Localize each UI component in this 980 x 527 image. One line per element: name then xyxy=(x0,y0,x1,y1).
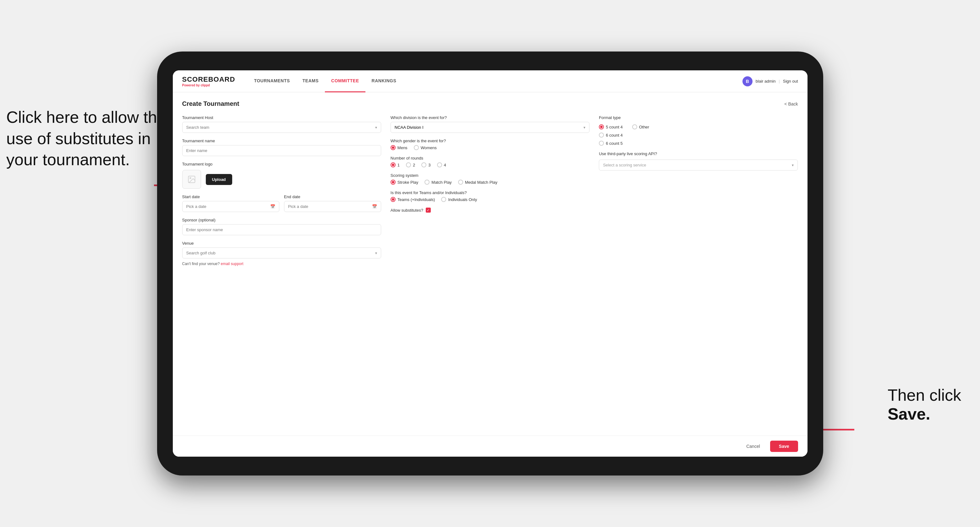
venue-group: Venue ▾ Can't find your venue? email sup… xyxy=(182,241,381,266)
scoring-stroke-label: Stroke Play xyxy=(398,180,418,185)
svg-point-3 xyxy=(190,178,191,179)
form-col-left: Tournament Host ▾ Tournament name xyxy=(182,115,381,266)
gender-womens-label: Womens xyxy=(421,145,437,150)
back-button[interactable]: Back xyxy=(784,102,798,106)
radio-r1 xyxy=(391,162,396,167)
division-label: Which division is the event for? xyxy=(391,115,589,120)
page-footer: Cancel Save xyxy=(173,436,808,457)
venue-help-text: Can't find your venue? email support xyxy=(182,262,381,266)
format-5c4-label: 5 count 4 xyxy=(606,125,623,129)
start-date-label: Start date xyxy=(182,194,279,199)
division-value: NCAA Division I xyxy=(395,125,423,130)
tournament-name-input[interactable] xyxy=(182,145,381,156)
radio-6c4 xyxy=(599,133,604,138)
scoring-medal-label: Medal Match Play xyxy=(465,180,497,185)
email-support-link[interactable]: email support xyxy=(221,262,243,266)
upload-button[interactable]: Upload xyxy=(206,174,232,185)
format-other[interactable]: Other xyxy=(632,124,649,129)
nav-rankings[interactable]: RANKINGS xyxy=(366,70,403,92)
nav-items: TOURNAMENTS TEAMS COMMITTEE RANKINGS xyxy=(248,70,742,92)
format-6c4[interactable]: 6 count 4 xyxy=(599,133,623,138)
division-select[interactable]: NCAA Division I ▾ xyxy=(391,122,589,133)
powered-by: Powered by clippd xyxy=(182,84,235,87)
radio-r4 xyxy=(437,162,442,167)
tournament-host-input[interactable]: ▾ xyxy=(182,122,381,133)
division-group: Which division is the event for? NCAA Di… xyxy=(391,115,589,133)
rounds-1-label: 1 xyxy=(398,163,400,167)
gender-label: Which gender is the event for? xyxy=(391,138,589,143)
gender-mens[interactable]: Mens xyxy=(391,145,407,150)
scoring-medal[interactable]: Medal Match Play xyxy=(458,179,497,185)
scoring-label: Scoring system xyxy=(391,173,589,178)
rounds-1[interactable]: 1 xyxy=(391,162,400,167)
event-type-label: Is this event for Teams and/or Individua… xyxy=(391,190,589,195)
logo-upload-area: Upload xyxy=(182,170,381,189)
format-6c5[interactable]: 6 count 5 xyxy=(599,141,623,146)
chevron-down-icon-scoring: ▾ xyxy=(792,163,794,167)
sponsor-label: Sponsor (optional) xyxy=(182,217,381,222)
scoring-service-select[interactable]: Select a scoring service ▾ xyxy=(599,160,798,171)
nav-teams[interactable]: TEAMS xyxy=(296,70,325,92)
form-col-right: Format type 5 count 4 Other xyxy=(599,115,798,266)
format-options: 5 count 4 Other 6 count 4 xyxy=(599,124,798,146)
format-5c4[interactable]: 5 count 4 xyxy=(599,124,623,129)
gender-womens[interactable]: Womens xyxy=(414,145,437,150)
scoring-api-group: Use third-party live scoring API? Select… xyxy=(599,151,798,171)
venue-input[interactable]: ▾ xyxy=(182,248,381,259)
end-date-field[interactable] xyxy=(288,204,372,209)
tournament-name-field[interactable] xyxy=(186,148,377,153)
chevron-down-icon-venue: ▾ xyxy=(375,251,377,256)
save-button[interactable]: Save xyxy=(770,441,798,452)
navigation: SCOREBOARD Powered by clippd TOURNAMENTS… xyxy=(173,70,808,92)
page-title: Create Tournament xyxy=(182,100,239,107)
page-header: Create Tournament Back xyxy=(182,100,798,107)
start-date-field[interactable] xyxy=(186,204,270,209)
scoring-stroke[interactable]: Stroke Play xyxy=(391,179,418,185)
event-teams[interactable]: Teams (+Individuals) xyxy=(391,197,435,202)
nav-tournaments[interactable]: TOURNAMENTS xyxy=(248,70,296,92)
event-type-radio-group: Teams (+Individuals) Individuals Only xyxy=(391,197,589,202)
rounds-2[interactable]: 2 xyxy=(406,162,415,167)
event-individuals[interactable]: Individuals Only xyxy=(441,197,477,202)
allow-substitutes-checkbox[interactable] xyxy=(426,208,431,213)
venue-label: Venue xyxy=(182,241,381,246)
user-name: blair admin xyxy=(756,79,776,84)
event-teams-label: Teams (+Individuals) xyxy=(398,197,435,202)
sponsor-input[interactable] xyxy=(182,224,381,235)
event-individuals-label: Individuals Only xyxy=(448,197,477,202)
tournament-name-label: Tournament name xyxy=(182,138,381,143)
sign-out-link[interactable]: Sign out xyxy=(783,79,798,84)
venue-field[interactable] xyxy=(186,251,375,256)
format-6c4-label: 6 count 4 xyxy=(606,133,623,138)
annotation-left: Click here to allow the use of substitut… xyxy=(6,107,170,171)
end-date-group: End date 📅 xyxy=(284,194,381,212)
radio-5c4 xyxy=(599,124,604,129)
scoring-match[interactable]: Match Play xyxy=(425,179,452,185)
start-date-input[interactable]: 📅 xyxy=(182,201,279,212)
tournament-host-field[interactable] xyxy=(186,125,375,130)
radio-other xyxy=(632,124,637,129)
allow-substitutes-item[interactable]: Allow substitutes? xyxy=(391,208,589,213)
radio-stroke xyxy=(391,179,396,185)
logo-text: SCOREBOARD xyxy=(182,75,235,84)
dates-group: Start date 📅 End date 📅 xyxy=(182,194,381,212)
allow-substitutes-label: Allow substitutes? xyxy=(391,208,423,213)
rounds-radio-group: 1 2 3 4 xyxy=(391,162,589,167)
scoring-service-placeholder: Select a scoring service xyxy=(603,163,646,167)
rounds-3[interactable]: 3 xyxy=(422,162,430,167)
sponsor-field[interactable] xyxy=(186,227,377,232)
end-date-input[interactable]: 📅 xyxy=(284,201,381,212)
format-row-2: 6 count 4 xyxy=(599,133,798,138)
date-row: Start date 📅 End date 📅 xyxy=(182,194,381,212)
cancel-button[interactable]: Cancel xyxy=(740,441,766,452)
format-row-1: 5 count 4 Other xyxy=(599,124,798,129)
radio-teams xyxy=(391,197,396,202)
calendar-icon-end: 📅 xyxy=(372,204,377,209)
rounds-label: Number of rounds xyxy=(391,156,589,160)
tournament-name-group: Tournament name xyxy=(182,138,381,156)
nav-committee[interactable]: COMMITTEE xyxy=(325,70,366,92)
rounds-4[interactable]: 4 xyxy=(437,162,446,167)
page-content: Create Tournament Back Tournament Host ▾… xyxy=(173,92,808,436)
rounds-3-label: 3 xyxy=(428,163,430,167)
tournament-host-label: Tournament Host xyxy=(182,115,381,120)
